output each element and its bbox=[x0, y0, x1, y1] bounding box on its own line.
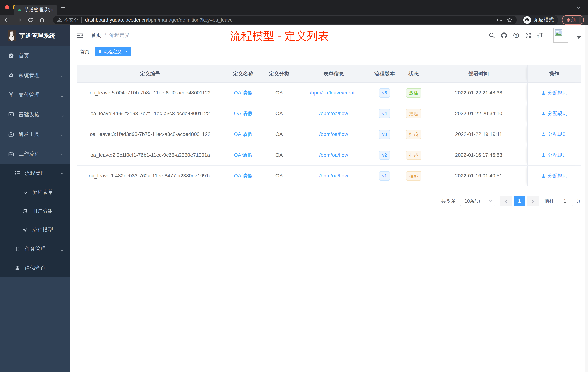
table-row: oa_leave:4:991f2193-7b7f-11ec-a3c8-acde4… bbox=[77, 103, 580, 124]
status-badge: 挂起 bbox=[406, 151, 421, 160]
github-icon[interactable] bbox=[501, 32, 507, 39]
avatar[interactable] bbox=[554, 28, 568, 43]
definition-name-link[interactable]: OA 请假 bbox=[234, 172, 252, 179]
page-size-select[interactable]: 10条/页 bbox=[460, 196, 495, 206]
sidebar-item-task-manage[interactable]: 任务管理 bbox=[0, 240, 70, 258]
prev-page-button[interactable]: ‹ bbox=[500, 196, 512, 206]
sidebar-item-workflow[interactable]: 工作流程 bbox=[0, 144, 70, 164]
close-window-button[interactable] bbox=[5, 5, 9, 9]
sidebar-item-devtools[interactable]: 研发工具 bbox=[0, 124, 70, 144]
monitor-icon bbox=[8, 111, 14, 118]
sidebar-item-leave-query[interactable]: 请假查询 bbox=[0, 258, 70, 277]
avatar-logo bbox=[8, 30, 16, 42]
definition-table: 定义编号 定义名称 定义分类 表单信息 流程版本 状态 部署时间 操作 oa_l… bbox=[77, 65, 580, 186]
sidebar-item-payment[interactable]: ¥ 支付管理 bbox=[0, 85, 70, 105]
breadcrumb-current: 流程定义 bbox=[109, 32, 130, 39]
chevron-up-icon bbox=[61, 170, 63, 176]
app-title: 芋道管理系统 bbox=[19, 32, 55, 40]
assign-rule-button[interactable]: 分配规则 bbox=[541, 131, 567, 138]
version-badge[interactable]: v4 bbox=[379, 109, 390, 118]
avatar-caret-icon[interactable] bbox=[577, 36, 581, 39]
browser-tab[interactable]: 芋道管理系统 × bbox=[14, 5, 57, 15]
breadcrumb-home[interactable]: 首页 bbox=[91, 32, 101, 39]
tab-close-icon[interactable]: × bbox=[50, 7, 54, 12]
user-icon bbox=[15, 265, 20, 271]
sidebar-item-process-model[interactable]: 流程模型 bbox=[0, 220, 70, 240]
sidebar-item-process-manage[interactable]: 流程管理 bbox=[0, 164, 70, 183]
font-size-icon[interactable]: TT bbox=[537, 32, 543, 39]
definition-name-link[interactable]: OA 请假 bbox=[234, 110, 252, 117]
chevron-down-icon bbox=[61, 112, 63, 118]
breadcrumb: 首页 / 流程定义 bbox=[91, 32, 130, 39]
active-dot bbox=[99, 50, 101, 53]
status-badge: 挂起 bbox=[406, 130, 421, 139]
current-page-button[interactable]: 1 bbox=[514, 196, 525, 206]
version-badge[interactable]: v5 bbox=[379, 88, 390, 98]
password-key-icon[interactable] bbox=[496, 17, 502, 23]
tag-process-definition[interactable]: 流程定义 × bbox=[95, 47, 131, 56]
form-link[interactable]: /bpm/oa/flow bbox=[319, 131, 348, 137]
broken-image-icon bbox=[555, 29, 563, 36]
url-text: dashboard.yudao.iocoder.cn/bpm/manager/d… bbox=[85, 17, 496, 23]
group-icon bbox=[22, 208, 28, 214]
gear-icon bbox=[8, 72, 14, 78]
page-scrollbar[interactable] bbox=[585, 25, 588, 372]
version-badge[interactable]: v3 bbox=[379, 130, 390, 139]
tab-strip: 芋道管理系统 × + bbox=[0, 0, 588, 15]
fullscreen-icon[interactable] bbox=[525, 32, 531, 39]
tab-search-chevron-icon[interactable] bbox=[578, 6, 580, 9]
sidebar: 芋道管理系统 首页 系统管理 ¥ 支付管理 基础设施 研发工具 bbox=[0, 25, 70, 372]
page-content: 定义编号 定义名称 定义分类 表单信息 流程版本 状态 部署时间 操作 oa_l… bbox=[70, 58, 588, 206]
incognito-icon bbox=[523, 16, 531, 24]
definition-name-link[interactable]: OA 请假 bbox=[234, 152, 252, 159]
assign-rule-button[interactable]: 分配规则 bbox=[541, 110, 567, 117]
assign-rule-button[interactable]: 分配规则 bbox=[541, 89, 567, 96]
yen-icon: ¥ bbox=[8, 91, 14, 99]
user-icon bbox=[541, 111, 546, 116]
hamburger-fold-icon[interactable] bbox=[76, 32, 84, 39]
sidebar-item-user-group[interactable]: 用户分组 bbox=[0, 202, 70, 220]
workflow-submenu: 流程管理 流程表单 用户分组 流程模型 任务管理 bbox=[0, 164, 70, 277]
sidebar-item-home[interactable]: 首页 bbox=[0, 46, 70, 66]
incognito-badge: 无痕模式 bbox=[522, 15, 558, 25]
sidebar-logo[interactable]: 芋道管理系统 bbox=[0, 25, 70, 46]
form-link[interactable]: /bpm/oa/flow bbox=[319, 111, 348, 117]
search-icon[interactable] bbox=[489, 32, 495, 39]
form-link[interactable]: /bpm/oa/leave/create bbox=[310, 90, 357, 96]
form-link[interactable]: /bpm/oa/flow bbox=[319, 173, 348, 179]
sidebar-item-process-form[interactable]: 流程表单 bbox=[0, 183, 70, 202]
version-badge[interactable]: v1 bbox=[379, 171, 390, 181]
definition-name-link[interactable]: OA 请假 bbox=[234, 89, 252, 96]
assign-rule-button[interactable]: 分配规则 bbox=[541, 173, 567, 179]
table-row: oa_leave:5:004b710b-7b8a-11ec-8ef0-acde4… bbox=[77, 83, 580, 103]
goto-page-input[interactable] bbox=[556, 196, 573, 206]
next-page-button[interactable]: › bbox=[527, 196, 539, 206]
browser-menu-icon[interactable] bbox=[579, 17, 580, 22]
home-button[interactable] bbox=[39, 17, 45, 23]
definition-name-link[interactable]: OA 请假 bbox=[234, 131, 252, 138]
user-icon bbox=[541, 132, 546, 137]
user-icon bbox=[541, 173, 546, 178]
help-icon[interactable]: ? bbox=[513, 32, 519, 39]
back-button[interactable] bbox=[4, 17, 10, 23]
security-warning[interactable]: 不安全 bbox=[57, 17, 78, 23]
form-link[interactable]: /bpm/oa/flow bbox=[319, 152, 348, 158]
reload-button[interactable] bbox=[27, 17, 33, 23]
page-unit-label: 页 bbox=[576, 198, 580, 204]
tag-close-icon[interactable]: × bbox=[125, 49, 128, 54]
status-badge: 挂起 bbox=[406, 109, 421, 118]
version-badge[interactable]: v2 bbox=[379, 151, 390, 160]
assign-rule-button[interactable]: 分配规则 bbox=[541, 152, 567, 158]
tag-home[interactable]: 首页 bbox=[76, 47, 93, 56]
form-icon bbox=[22, 189, 28, 195]
sidebar-item-system[interactable]: 系统管理 bbox=[0, 66, 70, 85]
address-bar[interactable]: 不安全 dashboard.yudao.iocoder.cn/bpm/manag… bbox=[53, 16, 517, 24]
bookmark-star-icon[interactable] bbox=[507, 17, 513, 23]
page-title-annotation: 流程模型 - 定义列表 bbox=[230, 29, 329, 44]
send-icon bbox=[22, 227, 28, 233]
forward-button[interactable] bbox=[16, 17, 22, 23]
browser-update-button[interactable]: 更新 bbox=[562, 15, 584, 25]
warning-icon bbox=[57, 17, 62, 22]
new-tab-button[interactable]: + bbox=[61, 3, 65, 12]
sidebar-item-infra[interactable]: 基础设施 bbox=[0, 105, 70, 124]
